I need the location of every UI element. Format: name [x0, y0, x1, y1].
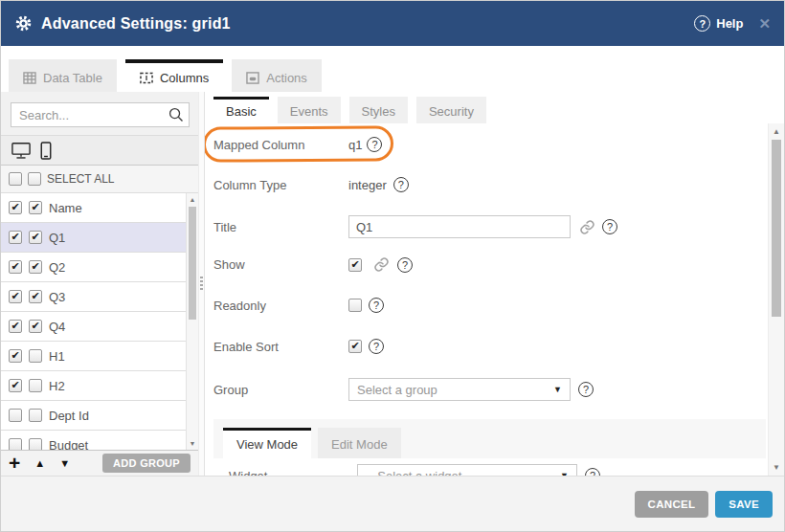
help-circle-icon[interactable]: ? [369, 298, 384, 313]
desktop-checkbox[interactable] [9, 260, 22, 274]
widget-select[interactable]: -- Select a widget -- ▼ [357, 464, 577, 476]
scroll-up-icon[interactable]: ▲ [187, 196, 198, 203]
field-label: Enable Sort [213, 340, 348, 354]
search-input[interactable] [11, 102, 190, 127]
select-all-row[interactable]: SELECT ALL [1, 165, 198, 193]
form-scrollbar[interactable]: ▲ ▼ [768, 123, 784, 476]
column-type-value: integer [348, 178, 387, 192]
help-button[interactable]: ? Help [694, 15, 743, 32]
list-scrollbar[interactable]: ▲ ▼ [186, 193, 198, 450]
column-settings-panel: Basic Events Styles Security Mapped Colu… [205, 92, 784, 476]
tab-edit-mode[interactable]: Edit Mode [318, 428, 401, 458]
column-list-container: NameQ1Q2Q3Q4H1H2Dept IdBudget ▲ ▼ [1, 193, 198, 450]
list-item[interactable]: Budget [1, 431, 186, 450]
show-checkbox[interactable] [348, 258, 362, 272]
mobile-icon[interactable] [40, 142, 52, 160]
group-select[interactable]: Select a group ▼ [348, 378, 571, 401]
title-input[interactable] [348, 215, 571, 238]
select-all-mobile-checkbox[interactable] [28, 172, 41, 186]
chevron-down-icon: ▼ [553, 385, 562, 394]
mobile-checkbox[interactable] [29, 438, 42, 450]
select-all-desktop-checkbox[interactable] [9, 172, 22, 186]
desktop-checkbox[interactable] [9, 201, 22, 214]
readonly-row: Readonly ? [213, 298, 759, 313]
help-circle-icon[interactable]: ? [602, 219, 617, 234]
list-item[interactable]: Q1 [1, 223, 186, 253]
show-row: Show ? [213, 256, 759, 273]
tab-styles[interactable]: Styles [349, 97, 408, 123]
help-circle-icon[interactable]: ? [393, 177, 409, 192]
tab-columns[interactable]: Columns [125, 59, 223, 92]
cancel-button[interactable]: CANCEL [635, 491, 709, 518]
scroll-down-icon[interactable]: ▼ [187, 440, 198, 447]
enable-sort-checkbox[interactable] [348, 340, 362, 353]
desktop-checkbox[interactable] [9, 349, 22, 363]
list-toolbar: + ▲ ▼ ADD GROUP [1, 450, 198, 476]
group-row: Group Select a group ▼ ? [213, 378, 759, 401]
field-label: Column Type [213, 178, 348, 192]
mobile-checkbox[interactable] [29, 409, 42, 422]
list-item[interactable]: Q2 [1, 253, 186, 282]
form-scrollbar-thumb[interactable] [772, 140, 781, 317]
add-group-button[interactable]: ADD GROUP [102, 454, 191, 473]
search-box [1, 92, 198, 135]
desktop-icon[interactable] [11, 142, 31, 160]
dialog-title: Advanced Settings: grid1 [41, 15, 231, 33]
bind-link-icon[interactable] [373, 256, 390, 273]
scroll-down-icon[interactable]: ▼ [769, 463, 784, 472]
desktop-checkbox[interactable] [9, 231, 22, 244]
mobile-checkbox[interactable] [29, 320, 42, 333]
scroll-up-icon[interactable]: ▲ [769, 127, 784, 136]
column-name: Q3 [49, 290, 65, 304]
tab-events[interactable]: Events [278, 97, 341, 123]
help-circle-icon[interactable]: ? [369, 339, 384, 354]
bind-link-icon[interactable] [579, 219, 595, 235]
title-row: Title ? [213, 215, 759, 238]
readonly-checkbox[interactable] [348, 299, 362, 312]
search-icon[interactable] [168, 107, 184, 122]
move-up-button[interactable]: ▲ [34, 457, 45, 469]
list-item[interactable]: Q3 [1, 282, 186, 312]
tab-view-mode[interactable]: View Mode [223, 428, 311, 458]
panel-splitter[interactable] [198, 92, 205, 476]
subtab-label: Events [290, 104, 328, 119]
mobile-checkbox[interactable] [29, 290, 42, 303]
tab-security[interactable]: Security [416, 97, 486, 123]
tab-data-table[interactable]: Data Table [9, 59, 117, 92]
tab-actions[interactable]: Actions [232, 59, 322, 92]
column-name: Name [49, 201, 82, 215]
tab-basic[interactable]: Basic [213, 97, 269, 123]
column-type-row: Column Type integer ? [213, 177, 759, 192]
list-scrollbar-thumb[interactable] [189, 207, 196, 320]
save-button[interactable]: SAVE [715, 491, 773, 518]
desktop-checkbox[interactable] [9, 409, 22, 422]
mobile-checkbox[interactable] [29, 349, 42, 363]
help-circle-icon[interactable]: ? [578, 382, 594, 397]
main-tab-bar: Data Table Columns Actions [1, 46, 784, 92]
mapped-column-value: q1 [348, 138, 362, 152]
field-label: Group [213, 383, 348, 397]
mobile-checkbox[interactable] [29, 260, 42, 274]
desktop-checkbox[interactable] [9, 379, 22, 392]
add-column-button[interactable]: + [9, 454, 20, 472]
mobile-checkbox[interactable] [29, 201, 42, 214]
help-circle-icon[interactable]: ? [585, 468, 600, 476]
move-down-button[interactable]: ▼ [59, 457, 70, 469]
widget-select-value: -- Select a widget -- [366, 469, 474, 477]
list-item[interactable]: Dept Id [1, 401, 186, 431]
list-item[interactable]: H2 [1, 371, 186, 401]
gear-icon [14, 14, 33, 33]
help-circle-icon[interactable]: ? [397, 257, 413, 273]
list-item[interactable]: H1 [1, 342, 186, 371]
list-item[interactable]: Name [1, 193, 186, 223]
list-item[interactable]: Q4 [1, 312, 186, 342]
mobile-checkbox[interactable] [29, 379, 42, 392]
column-name: Q1 [49, 231, 65, 245]
desktop-checkbox[interactable] [9, 320, 22, 333]
close-icon[interactable]: ✕ [758, 15, 771, 33]
mobile-checkbox[interactable] [29, 231, 42, 244]
desktop-checkbox[interactable] [9, 438, 22, 450]
field-label: Title [213, 220, 348, 234]
desktop-checkbox[interactable] [9, 290, 22, 303]
help-circle-icon[interactable]: ? [367, 137, 382, 152]
